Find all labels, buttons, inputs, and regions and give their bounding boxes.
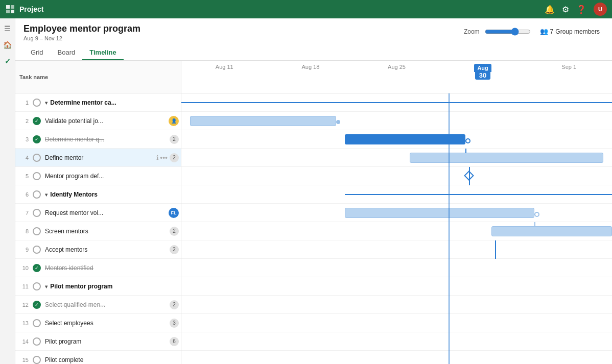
view-tabs: Grid Board Timeline [23, 45, 604, 60]
table-row[interactable]: 12 Select qualified men... 2 [15, 296, 181, 314]
task-status[interactable] [32, 227, 42, 235]
settings-icon[interactable]: ⚙ [562, 5, 569, 14]
task-status[interactable] [32, 264, 42, 272]
v-connector-5 [469, 167, 470, 185]
task-number: 11 [17, 283, 32, 289]
gantt-row-9 [181, 240, 612, 259]
top-bar: Project 🔔 ⚙ ❓ U [0, 0, 612, 18]
table-row[interactable]: 13 Select employees 3 [15, 314, 181, 332]
help-icon[interactable]: ❓ [576, 5, 586, 14]
gantt-row-7 [181, 204, 612, 222]
task-number: 4 [17, 155, 32, 161]
task-status[interactable] [32, 172, 42, 180]
tab-board[interactable]: Board [51, 45, 83, 60]
task-name: Mentor program def... [42, 173, 179, 180]
task-status[interactable] [32, 135, 42, 143]
gantt-row-4 [181, 149, 612, 167]
table-row[interactable]: 10 Mentors identified [15, 259, 181, 277]
table-row[interactable]: 7 Request mentor vol... FL [15, 204, 181, 222]
timeline-header: Aug 11 Aug 18 Aug 25 Aug 30 Sep 1 [181, 61, 612, 93]
gantt-bar-8 [491, 226, 612, 236]
gantt-row-14 [181, 332, 612, 351]
task-name: Select qualified men... [42, 301, 168, 308]
task-status[interactable] [32, 190, 42, 199]
table-row[interactable]: 6 ▾ Identify Mentors [15, 185, 181, 204]
task-name: Define mentor [42, 154, 155, 161]
task-name: Pilot complete [42, 356, 179, 363]
task-number: 6 [17, 191, 32, 198]
v-connector-4 [465, 149, 466, 153]
task-avatar: 👤 [169, 116, 179, 126]
gantt-row-8 [181, 222, 612, 240]
task-status[interactable] [32, 246, 42, 254]
gantt-row-11 [181, 277, 612, 296]
v-connector-8 [534, 222, 535, 227]
gantt-bar-group-6 [345, 194, 612, 195]
task-status[interactable] [32, 337, 42, 346]
tab-timeline[interactable]: Timeline [82, 45, 124, 60]
task-name: Request mentor vol... [42, 209, 167, 216]
gantt-row-12 [181, 296, 612, 314]
task-status[interactable] [32, 209, 42, 217]
month-aug25: Aug 25 [354, 64, 440, 79]
task-status[interactable] [32, 282, 42, 290]
month-sep1: Sep 1 [526, 64, 612, 79]
today-day: 30 [475, 71, 490, 80]
nav-check-icon[interactable]: ✓ [2, 55, 14, 67]
gantt-row-10 [181, 259, 612, 277]
group-members-button[interactable]: 👥 7 Group members [536, 26, 604, 37]
connector-dot [336, 120, 340, 124]
timeline-chart-inner [181, 93, 612, 364]
task-avatar: FL [169, 208, 179, 218]
table-row[interactable]: 11 ▾ Pilot mentor program [15, 277, 181, 296]
task-name: Select employees [42, 320, 168, 327]
task-badge: 2 [170, 227, 179, 236]
task-status[interactable] [32, 99, 42, 107]
task-number: 12 [17, 302, 32, 308]
user-avatar[interactable]: U [594, 3, 607, 16]
task-status[interactable] [32, 301, 42, 309]
task-badge: 2 [170, 300, 179, 309]
zoom-slider[interactable] [485, 28, 531, 36]
task-badge: 2 [170, 135, 179, 144]
task-name: ▾ Determine mentor ca... [42, 99, 179, 106]
group-icon: 👥 [540, 28, 548, 35]
table-row[interactable]: 5 Mentor program def... [15, 167, 181, 185]
notifications-icon[interactable]: 🔔 [545, 5, 555, 14]
task-status[interactable] [32, 356, 42, 364]
gantt-row-6 [181, 185, 612, 204]
task-number: 7 [17, 210, 32, 216]
task-name: ▾ Identify Mentors [42, 191, 179, 198]
table-row[interactable]: 4 Define mentor ℹ ••• 2 [15, 149, 181, 167]
table-row[interactable]: 14 Pilot program 6 [15, 332, 181, 351]
timeline-chart[interactable] [181, 93, 612, 364]
tab-grid[interactable]: Grid [23, 45, 51, 60]
main-content: Employee mentor program Aug 9 – Nov 12 Z… [15, 18, 612, 364]
task-name: Mentors identified [42, 264, 179, 272]
task-status[interactable] [32, 154, 42, 162]
task-number: 1 [17, 100, 32, 106]
nav-home-icon[interactable]: 🏠 [2, 39, 14, 51]
nav-menu-icon[interactable]: ☰ [2, 22, 14, 35]
table-row[interactable]: 9 Accept mentors 2 [15, 240, 181, 259]
project-dates: Aug 9 – Nov 12 [23, 35, 140, 41]
task-badge: 3 [170, 319, 179, 328]
gantt-bar-2 [190, 116, 337, 126]
table-row[interactable]: 2 Validate potential jo... 👤 [15, 112, 181, 130]
page-title: Employee mentor program [23, 23, 140, 34]
svg-rect-2 [6, 10, 10, 13]
more-icon[interactable]: ••• [160, 154, 168, 162]
page-header: Employee mentor program Aug 9 – Nov 12 Z… [15, 18, 612, 61]
task-number: 9 [17, 247, 32, 253]
task-status[interactable] [32, 117, 42, 125]
task-status[interactable] [32, 319, 42, 327]
table-row[interactable]: 8 Screen mentors 2 [15, 222, 181, 240]
table-row[interactable]: 3 Determine mentor q... 2 [15, 130, 181, 149]
app-icon [5, 4, 15, 14]
task-list: Task name 1 ▾ Determine mentor ca... 2 V… [15, 61, 181, 364]
info-icon[interactable]: ℹ [156, 154, 159, 161]
task-number: 15 [17, 357, 32, 363]
table-row[interactable]: 15 Pilot complete [15, 351, 181, 364]
table-row[interactable]: 1 ▾ Determine mentor ca... [15, 93, 181, 112]
today-line [449, 93, 450, 364]
